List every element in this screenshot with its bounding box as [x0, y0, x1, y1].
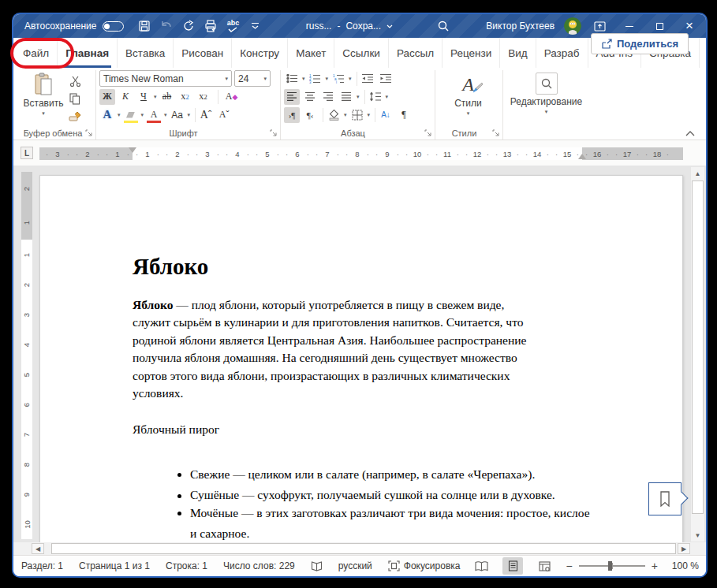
quick-print-icon[interactable] — [201, 17, 220, 35]
spelling-icon[interactable]: abc — [223, 17, 242, 35]
tab-selector[interactable]: L — [21, 147, 33, 159]
underline-chevron-icon[interactable]: ▾ — [154, 94, 157, 99]
zoom-in-button[interactable]: + — [652, 560, 658, 572]
search-icon[interactable] — [434, 17, 453, 35]
line-spacing-icon[interactable] — [368, 89, 383, 105]
line-spacing-chevron-icon[interactable]: ▾ — [386, 94, 389, 99]
status-page[interactable]: Страница 1 из 1 — [79, 560, 150, 571]
borders-chevron-icon[interactable]: ▾ — [368, 112, 371, 117]
underline-button[interactable]: Ч — [136, 89, 151, 105]
proofing-icon[interactable] — [311, 560, 323, 571]
ltr-direction-button[interactable]: ›¶ — [284, 107, 300, 123]
bullet-list-icon[interactable] — [284, 71, 300, 87]
borders-icon[interactable] — [349, 107, 365, 123]
sort-button[interactable]: А↓ — [378, 107, 394, 123]
print-layout-button[interactable] — [502, 557, 523, 575]
autosave-toggle[interactable] — [103, 21, 124, 32]
font-color-chevron-icon[interactable]: ▾ — [164, 112, 167, 117]
customize-qat-icon[interactable] — [245, 17, 264, 35]
justify-chevron-icon[interactable]: ▾ — [357, 94, 360, 99]
editing-button[interactable]: Редактирование ▾ — [506, 70, 586, 127]
scroll-up-icon[interactable]: ▲ — [691, 167, 704, 180]
ribbon-tab[interactable]: Макет — [288, 38, 334, 68]
ribbon-tab[interactable]: Рецензи — [443, 38, 500, 68]
change-case-chevron-icon[interactable]: ▾ — [188, 112, 191, 117]
ribbon-tab[interactable]: Файл — [15, 38, 58, 68]
clipboard-dialog-launcher-icon[interactable] — [85, 129, 93, 137]
grow-font-button[interactable]: Аˆ — [198, 107, 214, 123]
strikethrough-button[interactable]: ab — [159, 89, 175, 105]
status-word-count[interactable]: Число слов: 229 — [223, 560, 295, 571]
horizontal-scrollbar[interactable]: ◀ ▶ — [13, 542, 706, 555]
zoom-slider-thumb[interactable] — [608, 561, 612, 571]
bold-button[interactable]: Ж — [99, 89, 115, 105]
account-user-name[interactable]: Виктор Бухтеев — [486, 20, 555, 32]
zoom-out-button[interactable]: − — [566, 560, 572, 572]
ribbon-tab[interactable]: Главная — [58, 38, 118, 68]
justify-icon[interactable] — [338, 89, 354, 105]
status-language[interactable]: русский — [338, 560, 372, 571]
collapse-ribbon-icon[interactable] — [685, 131, 695, 136]
shading-icon[interactable] — [326, 107, 342, 123]
ribbon-tab[interactable]: Разраб — [536, 38, 588, 68]
align-right-icon[interactable] — [320, 89, 336, 105]
increase-indent-icon[interactable] — [378, 71, 394, 87]
vertical-ruler[interactable]: 21 12345678910 — [21, 172, 32, 539]
format-painter-icon[interactable] — [67, 108, 83, 124]
font-color-button[interactable]: А — [146, 107, 162, 123]
document-page[interactable]: Яблоко Яблоко — плод яблони, который упо… — [39, 175, 683, 555]
font-name-select[interactable]: Times New Roman ▾ — [99, 70, 232, 87]
clear-formatting-button[interactable]: А◆ — [224, 89, 240, 105]
font-size-select[interactable]: 24 ▾ — [234, 70, 271, 87]
highlight-chevron-icon[interactable]: ▾ — [141, 112, 144, 117]
ribbon-tab[interactable]: Вставка — [118, 38, 174, 68]
text-effects-chevron-icon[interactable]: ▾ — [118, 112, 121, 117]
text-effects-button[interactable]: A — [99, 107, 115, 123]
right-indent-marker[interactable] — [578, 154, 586, 159]
bookmark-callout[interactable] — [648, 482, 682, 515]
paragraph-dialog-launcher-icon[interactable] — [424, 129, 432, 137]
bullet-chevron-icon[interactable]: ▾ — [302, 76, 305, 81]
status-line[interactable]: Строка: 1 — [166, 560, 207, 571]
copy-icon[interactable] — [67, 91, 83, 106]
decrease-indent-icon[interactable] — [360, 71, 375, 87]
ribbon-tab[interactable]: Рассыл — [389, 38, 443, 68]
share-button[interactable]: Поделиться — [591, 33, 689, 54]
align-center-icon[interactable] — [302, 89, 318, 105]
read-mode-button[interactable] — [471, 557, 491, 575]
italic-button[interactable]: K — [118, 89, 133, 105]
align-left-icon[interactable] — [284, 89, 300, 105]
zoom-level[interactable]: 100 % — [669, 560, 699, 571]
vertical-scrollbar[interactable]: ▲ ▼ — [691, 167, 704, 541]
multilevel-chevron-icon[interactable]: ▾ — [349, 76, 352, 81]
ribbon-tab[interactable]: Вид — [500, 38, 536, 68]
ribbon-tab[interactable]: Констру — [232, 38, 288, 68]
number-chevron-icon[interactable]: ▾ — [326, 76, 329, 81]
user-avatar[interactable] — [564, 17, 581, 35]
horizontal-scroll-thumb[interactable] — [51, 543, 676, 554]
subscript-button[interactable]: x2 — [177, 89, 193, 105]
status-section[interactable]: Раздел: 1 — [21, 560, 63, 571]
focus-mode-button[interactable]: Фокусировка — [388, 560, 461, 571]
styles-dialog-launcher-icon[interactable] — [492, 129, 500, 137]
show-paragraph-marks-button[interactable]: ¶ — [396, 107, 412, 123]
ribbon-tab[interactable]: Рисован — [174, 38, 232, 68]
save-icon[interactable] — [135, 17, 154, 35]
paste-button[interactable]: Вставить ▾ — [23, 70, 64, 127]
web-layout-button[interactable] — [534, 557, 555, 575]
styles-button[interactable]: A Стили ▾ — [448, 70, 489, 127]
ribbon-tab[interactable]: KUTOOL — [700, 38, 706, 68]
number-list-icon[interactable]: 123 — [308, 71, 323, 87]
shading-chevron-icon[interactable]: ▾ — [344, 112, 347, 117]
multilevel-list-icon[interactable]: 1ai — [330, 71, 346, 87]
redo-icon[interactable] — [179, 17, 198, 35]
scroll-left-icon[interactable]: ◀ — [32, 543, 44, 554]
rtl-direction-button[interactable]: ¶‹ — [302, 107, 318, 123]
ribbon-tab[interactable]: Ссылки — [334, 38, 389, 68]
superscript-button[interactable]: x2 — [196, 89, 211, 105]
document-title[interactable]: russ... - Сохра... — [306, 20, 393, 32]
vertical-scroll-thumb[interactable] — [692, 180, 704, 514]
first-line-indent-marker[interactable] — [129, 147, 136, 153]
change-case-button[interactable]: Aa — [170, 107, 185, 123]
shrink-font-button[interactable]: Аˇ — [216, 107, 232, 123]
